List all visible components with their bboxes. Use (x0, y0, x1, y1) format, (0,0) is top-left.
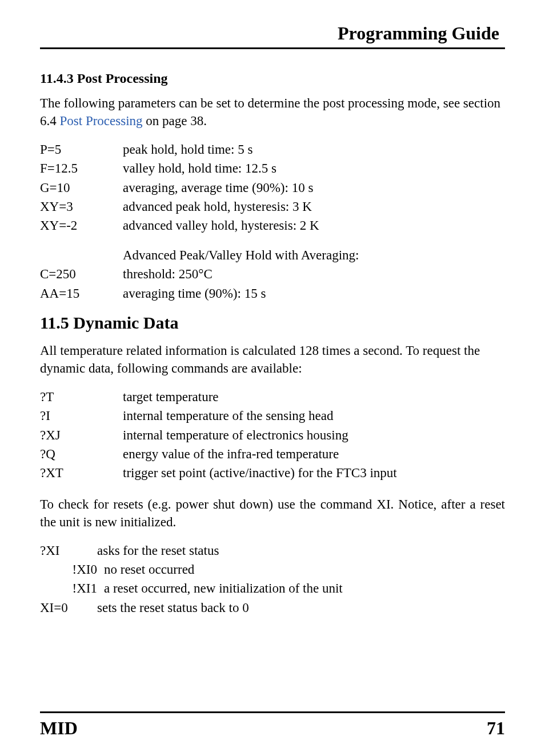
param-key: XY=3 (40, 197, 123, 216)
param-value: peak hold, hold time: 5 s (123, 140, 505, 159)
param-key: C=250 (40, 265, 123, 283)
cmd-key: ?I (40, 406, 123, 425)
post-processing-link[interactable]: Post Processing (60, 114, 143, 128)
cmd-key: ?XJ (40, 426, 123, 445)
param-key: AA=15 (40, 284, 123, 303)
cmd-key: ?Q (40, 445, 123, 463)
table-row: !XI1 a reset occurred, new initializatio… (40, 579, 505, 598)
cmd-value: internal temperature of electronics hous… (123, 426, 505, 445)
reset-value: sets the reset status back to 0 (97, 598, 505, 617)
cmd-key: ?T (40, 387, 123, 406)
command-table-115: ?T target temperature ?I internal temper… (40, 387, 505, 483)
param-value: threshold: 250°C (123, 265, 505, 283)
cmd-key: ?XT (40, 463, 123, 482)
table-row: XI=0 sets the reset status back to 0 (40, 598, 505, 617)
cmd-value: trigger set point (active/inactive) for … (123, 463, 505, 482)
param-key-empty (40, 246, 123, 265)
param-value: valley hold, hold time: 12.5 s (123, 159, 505, 178)
table-row: ?XI asks for the reset status (40, 541, 505, 560)
spacer (40, 235, 505, 246)
section-heading-115: 11.5 Dynamic Data (40, 313, 505, 333)
param-key: F=12.5 (40, 159, 123, 178)
table-row: P=5 peak hold, hold time: 5 s (40, 140, 505, 159)
param-key: G=10 (40, 178, 123, 197)
reset-key: !XI1 (40, 579, 104, 598)
table-row: XY=3 advanced peak hold, hysteresis: 3 K (40, 197, 505, 216)
footer: MID 71 (40, 711, 505, 739)
param-value: averaging, average time (90%): 10 s (123, 178, 505, 197)
table-row: XY=-2 advanced valley hold, hysteresis: … (40, 216, 505, 235)
table-row: ?T target temperature (40, 387, 505, 406)
cmd-value: internal temperature of the sensing head (123, 406, 505, 425)
table-row: ?Q energy value of the infra-red tempera… (40, 445, 505, 463)
reset-intro-paragraph: To check for resets (e.g. power shut dow… (40, 495, 505, 531)
footer-left: MID (40, 718, 78, 739)
param-value: averaging time (90%): 15 s (123, 284, 505, 303)
param-key: XY=-2 (40, 216, 123, 235)
footer-page-number: 71 (487, 718, 505, 739)
param-key: P=5 (40, 140, 123, 159)
group-heading: Advanced Peak/Valley Hold with Averaging… (123, 246, 505, 265)
param-value: advanced valley hold, hysteresis: 2 K (123, 216, 505, 235)
table-row: ?XT trigger set point (active/inactive) … (40, 463, 505, 482)
cmd-value: energy value of the infra-red temperatur… (123, 445, 505, 463)
intro-paragraph-1143: The following parameters can be set to d… (40, 94, 505, 130)
header-title: Programming Guide (40, 23, 505, 47)
cmd-value: target temperature (123, 387, 505, 406)
table-row: !XI0 no reset occurred (40, 560, 505, 579)
reset-key: ?XI (40, 541, 97, 560)
reset-value: no reset occurred (104, 560, 505, 579)
page: Programming Guide 11.4.3 Post Processing… (0, 0, 545, 756)
table-row: ?I internal temperature of the sensing h… (40, 406, 505, 425)
table-row: G=10 averaging, average time (90%): 10 s (40, 178, 505, 197)
reset-value: asks for the reset status (97, 541, 505, 560)
intro-paragraph-115: All temperature related information is c… (40, 342, 505, 377)
reset-value: a reset occurred, new initialization of … (104, 579, 505, 598)
table-row: C=250 threshold: 250°C (40, 265, 505, 283)
table-row: ?XJ internal temperature of electronics … (40, 426, 505, 445)
param-value: advanced peak hold, hysteresis: 3 K (123, 197, 505, 216)
intro-post-text: on page 38. (143, 114, 207, 128)
content-area: Programming Guide 11.4.3 Post Processing… (40, 23, 505, 711)
header-rule (40, 47, 505, 49)
table-row: Advanced Peak/Valley Hold with Averaging… (40, 246, 505, 265)
param-table-1143: P=5 peak hold, hold time: 5 s F=12.5 val… (40, 140, 505, 303)
table-row: AA=15 averaging time (90%): 15 s (40, 284, 505, 303)
reset-key: !XI0 (40, 560, 104, 579)
reset-key: XI=0 (40, 598, 97, 617)
table-row: F=12.5 valley hold, hold time: 12.5 s (40, 159, 505, 178)
subsection-heading-1143: 11.4.3 Post Processing (40, 71, 505, 86)
reset-table: ?XI asks for the reset status !XI0 no re… (40, 541, 505, 617)
